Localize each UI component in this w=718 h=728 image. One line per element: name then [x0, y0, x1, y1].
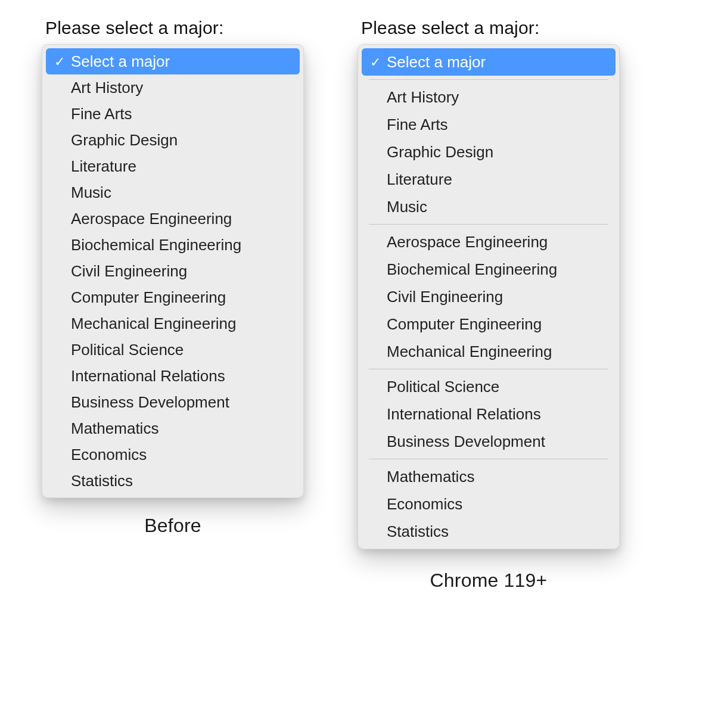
option-item[interactable]: Computer Engineering — [46, 284, 300, 310]
caption-before: Before — [42, 515, 304, 537]
option-item[interactable]: Aerospace Engineering — [46, 206, 300, 232]
option-label: Graphic Design — [370, 144, 493, 160]
option-label: Art History — [370, 89, 459, 105]
option-item[interactable]: Mechanical Engineering — [46, 310, 300, 337]
option-item[interactable]: Computer Engineering — [362, 310, 616, 338]
option-item[interactable]: Mechanical Engineering — [362, 338, 616, 365]
option-label: Economics — [370, 496, 462, 512]
option-item[interactable]: International Relations — [46, 363, 300, 389]
option-placeholder[interactable]: ✓ Select a major — [362, 48, 616, 76]
option-item[interactable]: Civil Engineering — [362, 283, 616, 310]
comparison-stage: Please select a major: ✓ Select a major … — [0, 0, 718, 627]
option-label: Mechanical Engineering — [54, 316, 237, 331]
group-separator — [369, 224, 608, 225]
option-label: Statistics — [370, 524, 449, 539]
option-label: Political Science — [54, 342, 184, 357]
option-item[interactable]: Music — [46, 179, 300, 206]
option-label: Economics — [54, 447, 147, 462]
option-placeholder[interactable]: ✓ Select a major — [46, 48, 300, 74]
option-item[interactable]: Statistics — [46, 468, 300, 494]
option-label: Mathematics — [370, 469, 474, 484]
option-item[interactable]: Art History — [46, 74, 300, 101]
option-label: Select a major — [387, 54, 486, 70]
option-item[interactable]: Economics — [46, 441, 300, 468]
option-label: Computer Engineering — [370, 316, 542, 332]
option-label: Political Science — [370, 379, 499, 394]
option-item[interactable]: Political Science — [362, 373, 616, 400]
option-item[interactable]: International Relations — [362, 400, 616, 428]
select-prompt: Please select a major: — [361, 18, 620, 38]
option-item[interactable]: Fine Arts — [46, 101, 300, 127]
select-menu-before[interactable]: ✓ Select a major Art HistoryFine ArtsGra… — [42, 44, 304, 498]
option-label: Aerospace Engineering — [370, 234, 548, 250]
checkmark-icon: ✓ — [370, 56, 387, 69]
option-label: Music — [54, 185, 111, 200]
option-label: Music — [370, 199, 427, 214]
select-menu-after[interactable]: ✓ Select a major Art HistoryFine ArtsGra… — [358, 44, 620, 549]
option-item[interactable]: Aerospace Engineering — [362, 228, 616, 256]
option-item[interactable]: Civil Engineering — [46, 258, 300, 284]
option-label: Graphic Design — [54, 132, 178, 148]
option-label: International Relations — [54, 368, 225, 384]
option-item[interactable]: Economics — [362, 490, 616, 518]
option-label: Biochemical Engineering — [54, 237, 241, 253]
option-item[interactable]: Statistics — [362, 518, 616, 545]
option-item[interactable]: Biochemical Engineering — [46, 232, 300, 258]
option-label: Literature — [54, 158, 136, 174]
select-prompt: Please select a major: — [45, 18, 304, 38]
option-item[interactable]: Political Science — [46, 337, 300, 363]
option-label: Civil Engineering — [370, 289, 503, 304]
option-item[interactable]: Fine Arts — [362, 111, 616, 138]
option-item[interactable]: Literature — [362, 166, 616, 193]
group-separator — [369, 79, 608, 80]
checkmark-icon: ✓ — [54, 55, 71, 69]
option-item[interactable]: Literature — [46, 153, 300, 179]
option-label: Business Development — [54, 394, 229, 410]
option-item[interactable]: Business Development — [46, 389, 300, 415]
option-label: Computer Engineering — [54, 290, 226, 305]
option-item[interactable]: Graphic Design — [46, 127, 300, 153]
option-label: Fine Arts — [370, 117, 448, 132]
option-item[interactable]: Mathematics — [362, 463, 616, 490]
option-item[interactable]: Business Development — [362, 428, 616, 455]
option-label: Art History — [54, 80, 143, 95]
option-label: Mechanical Engineering — [370, 344, 552, 359]
option-label: International Relations — [370, 406, 541, 422]
option-label: Select a major — [71, 54, 170, 69]
option-label: Statistics — [54, 473, 133, 489]
option-label: Business Development — [370, 434, 545, 449]
option-label: Fine Arts — [54, 106, 132, 122]
caption-after: Chrome 119+ — [358, 570, 620, 592]
group-separator — [369, 459, 608, 459]
option-item[interactable]: Graphic Design — [362, 138, 616, 166]
option-label: Civil Engineering — [54, 263, 187, 279]
option-label: Literature — [370, 172, 452, 187]
option-item[interactable]: Music — [362, 193, 616, 220]
option-item[interactable]: Mathematics — [46, 415, 300, 441]
option-item[interactable]: Biochemical Engineering — [362, 256, 616, 283]
before-column: Please select a major: ✓ Select a major … — [42, 18, 304, 537]
option-label: Mathematics — [54, 421, 158, 436]
option-item[interactable]: Art History — [362, 83, 616, 111]
after-column: Please select a major: ✓ Select a major … — [358, 18, 620, 592]
option-label: Aerospace Engineering — [54, 211, 232, 226]
group-separator — [369, 369, 608, 369]
option-label: Biochemical Engineering — [370, 262, 557, 277]
